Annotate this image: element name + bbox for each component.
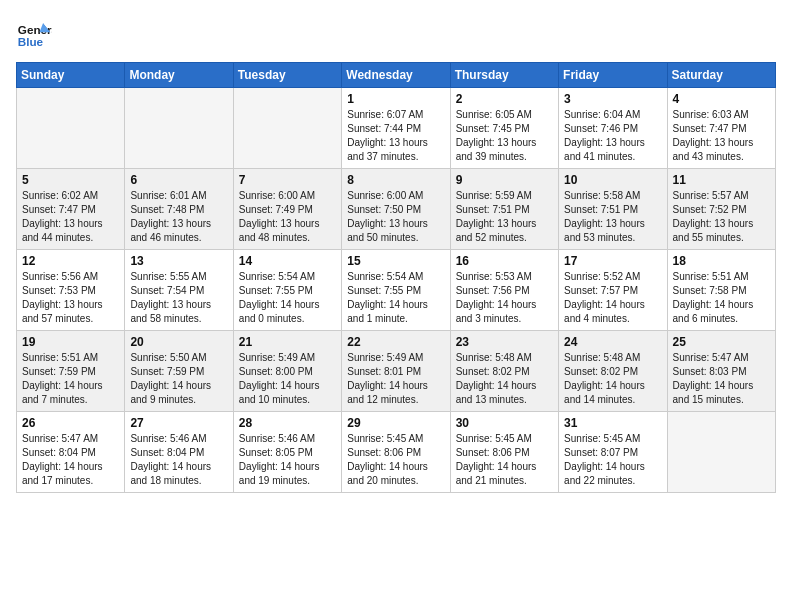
day-info: Sunrise: 5:51 AM Sunset: 7:59 PM Dayligh…	[22, 351, 119, 407]
day-number: 6	[130, 173, 227, 187]
day-info: Sunrise: 5:52 AM Sunset: 7:57 PM Dayligh…	[564, 270, 661, 326]
day-number: 9	[456, 173, 553, 187]
day-info: Sunrise: 5:58 AM Sunset: 7:51 PM Dayligh…	[564, 189, 661, 245]
day-of-week-header: Monday	[125, 63, 233, 88]
calendar-day-cell: 12Sunrise: 5:56 AM Sunset: 7:53 PM Dayli…	[17, 250, 125, 331]
day-number: 27	[130, 416, 227, 430]
day-number: 24	[564, 335, 661, 349]
day-number: 31	[564, 416, 661, 430]
day-number: 29	[347, 416, 444, 430]
day-of-week-header: Saturday	[667, 63, 775, 88]
day-info: Sunrise: 5:55 AM Sunset: 7:54 PM Dayligh…	[130, 270, 227, 326]
day-info: Sunrise: 5:50 AM Sunset: 7:59 PM Dayligh…	[130, 351, 227, 407]
day-number: 5	[22, 173, 119, 187]
calendar-day-cell: 2Sunrise: 6:05 AM Sunset: 7:45 PM Daylig…	[450, 88, 558, 169]
logo-icon: General Blue	[16, 16, 52, 52]
day-number: 17	[564, 254, 661, 268]
calendar-week-row: 26Sunrise: 5:47 AM Sunset: 8:04 PM Dayli…	[17, 412, 776, 493]
day-info: Sunrise: 6:00 AM Sunset: 7:49 PM Dayligh…	[239, 189, 336, 245]
day-number: 18	[673, 254, 770, 268]
calendar-day-cell: 3Sunrise: 6:04 AM Sunset: 7:46 PM Daylig…	[559, 88, 667, 169]
day-info: Sunrise: 5:45 AM Sunset: 8:07 PM Dayligh…	[564, 432, 661, 488]
calendar-day-cell: 7Sunrise: 6:00 AM Sunset: 7:49 PM Daylig…	[233, 169, 341, 250]
day-number: 20	[130, 335, 227, 349]
day-number: 4	[673, 92, 770, 106]
day-info: Sunrise: 5:45 AM Sunset: 8:06 PM Dayligh…	[347, 432, 444, 488]
day-number: 10	[564, 173, 661, 187]
calendar-body: 1Sunrise: 6:07 AM Sunset: 7:44 PM Daylig…	[17, 88, 776, 493]
day-number: 25	[673, 335, 770, 349]
logo: General Blue	[16, 16, 52, 52]
day-number: 19	[22, 335, 119, 349]
calendar-day-cell: 25Sunrise: 5:47 AM Sunset: 8:03 PM Dayli…	[667, 331, 775, 412]
calendar-day-cell	[233, 88, 341, 169]
calendar-week-row: 5Sunrise: 6:02 AM Sunset: 7:47 PM Daylig…	[17, 169, 776, 250]
calendar-day-cell: 9Sunrise: 5:59 AM Sunset: 7:51 PM Daylig…	[450, 169, 558, 250]
day-info: Sunrise: 5:46 AM Sunset: 8:04 PM Dayligh…	[130, 432, 227, 488]
calendar-day-cell: 5Sunrise: 6:02 AM Sunset: 7:47 PM Daylig…	[17, 169, 125, 250]
page-header: General Blue	[16, 16, 776, 52]
day-info: Sunrise: 6:01 AM Sunset: 7:48 PM Dayligh…	[130, 189, 227, 245]
day-number: 30	[456, 416, 553, 430]
day-info: Sunrise: 5:54 AM Sunset: 7:55 PM Dayligh…	[347, 270, 444, 326]
calendar-week-row: 1Sunrise: 6:07 AM Sunset: 7:44 PM Daylig…	[17, 88, 776, 169]
calendar-day-cell: 10Sunrise: 5:58 AM Sunset: 7:51 PM Dayli…	[559, 169, 667, 250]
calendar-day-cell: 23Sunrise: 5:48 AM Sunset: 8:02 PM Dayli…	[450, 331, 558, 412]
calendar-day-cell: 20Sunrise: 5:50 AM Sunset: 7:59 PM Dayli…	[125, 331, 233, 412]
day-info: Sunrise: 6:02 AM Sunset: 7:47 PM Dayligh…	[22, 189, 119, 245]
calendar-day-cell: 26Sunrise: 5:47 AM Sunset: 8:04 PM Dayli…	[17, 412, 125, 493]
calendar-day-cell: 22Sunrise: 5:49 AM Sunset: 8:01 PM Dayli…	[342, 331, 450, 412]
calendar-day-cell: 4Sunrise: 6:03 AM Sunset: 7:47 PM Daylig…	[667, 88, 775, 169]
day-number: 23	[456, 335, 553, 349]
calendar-day-cell: 19Sunrise: 5:51 AM Sunset: 7:59 PM Dayli…	[17, 331, 125, 412]
day-number: 15	[347, 254, 444, 268]
day-info: Sunrise: 6:00 AM Sunset: 7:50 PM Dayligh…	[347, 189, 444, 245]
calendar-header: SundayMondayTuesdayWednesdayThursdayFrid…	[17, 63, 776, 88]
calendar-table: SundayMondayTuesdayWednesdayThursdayFrid…	[16, 62, 776, 493]
calendar-day-cell: 31Sunrise: 5:45 AM Sunset: 8:07 PM Dayli…	[559, 412, 667, 493]
calendar-day-cell: 11Sunrise: 5:57 AM Sunset: 7:52 PM Dayli…	[667, 169, 775, 250]
calendar-day-cell: 16Sunrise: 5:53 AM Sunset: 7:56 PM Dayli…	[450, 250, 558, 331]
day-number: 1	[347, 92, 444, 106]
calendar-day-cell	[17, 88, 125, 169]
day-info: Sunrise: 5:59 AM Sunset: 7:51 PM Dayligh…	[456, 189, 553, 245]
day-info: Sunrise: 5:47 AM Sunset: 8:04 PM Dayligh…	[22, 432, 119, 488]
calendar-day-cell: 30Sunrise: 5:45 AM Sunset: 8:06 PM Dayli…	[450, 412, 558, 493]
day-number: 3	[564, 92, 661, 106]
day-info: Sunrise: 6:03 AM Sunset: 7:47 PM Dayligh…	[673, 108, 770, 164]
day-info: Sunrise: 5:54 AM Sunset: 7:55 PM Dayligh…	[239, 270, 336, 326]
day-info: Sunrise: 5:47 AM Sunset: 8:03 PM Dayligh…	[673, 351, 770, 407]
day-info: Sunrise: 5:48 AM Sunset: 8:02 PM Dayligh…	[456, 351, 553, 407]
day-number: 12	[22, 254, 119, 268]
day-info: Sunrise: 6:05 AM Sunset: 7:45 PM Dayligh…	[456, 108, 553, 164]
calendar-day-cell: 18Sunrise: 5:51 AM Sunset: 7:58 PM Dayli…	[667, 250, 775, 331]
day-info: Sunrise: 5:49 AM Sunset: 8:00 PM Dayligh…	[239, 351, 336, 407]
calendar-week-row: 19Sunrise: 5:51 AM Sunset: 7:59 PM Dayli…	[17, 331, 776, 412]
calendar-week-row: 12Sunrise: 5:56 AM Sunset: 7:53 PM Dayli…	[17, 250, 776, 331]
calendar-day-cell: 1Sunrise: 6:07 AM Sunset: 7:44 PM Daylig…	[342, 88, 450, 169]
day-of-week-header: Friday	[559, 63, 667, 88]
day-info: Sunrise: 5:46 AM Sunset: 8:05 PM Dayligh…	[239, 432, 336, 488]
day-of-week-header: Wednesday	[342, 63, 450, 88]
calendar-day-cell: 13Sunrise: 5:55 AM Sunset: 7:54 PM Dayli…	[125, 250, 233, 331]
calendar-day-cell	[667, 412, 775, 493]
day-number: 8	[347, 173, 444, 187]
day-info: Sunrise: 6:07 AM Sunset: 7:44 PM Dayligh…	[347, 108, 444, 164]
day-info: Sunrise: 6:04 AM Sunset: 7:46 PM Dayligh…	[564, 108, 661, 164]
day-number: 16	[456, 254, 553, 268]
day-number: 2	[456, 92, 553, 106]
calendar-day-cell: 24Sunrise: 5:48 AM Sunset: 8:02 PM Dayli…	[559, 331, 667, 412]
day-number: 26	[22, 416, 119, 430]
day-number: 11	[673, 173, 770, 187]
calendar-day-cell: 8Sunrise: 6:00 AM Sunset: 7:50 PM Daylig…	[342, 169, 450, 250]
day-info: Sunrise: 5:57 AM Sunset: 7:52 PM Dayligh…	[673, 189, 770, 245]
day-number: 28	[239, 416, 336, 430]
calendar-day-cell: 28Sunrise: 5:46 AM Sunset: 8:05 PM Dayli…	[233, 412, 341, 493]
day-number: 22	[347, 335, 444, 349]
day-number: 7	[239, 173, 336, 187]
day-info: Sunrise: 5:49 AM Sunset: 8:01 PM Dayligh…	[347, 351, 444, 407]
calendar-day-cell: 21Sunrise: 5:49 AM Sunset: 8:00 PM Dayli…	[233, 331, 341, 412]
day-info: Sunrise: 5:51 AM Sunset: 7:58 PM Dayligh…	[673, 270, 770, 326]
day-number: 14	[239, 254, 336, 268]
day-of-week-header: Tuesday	[233, 63, 341, 88]
